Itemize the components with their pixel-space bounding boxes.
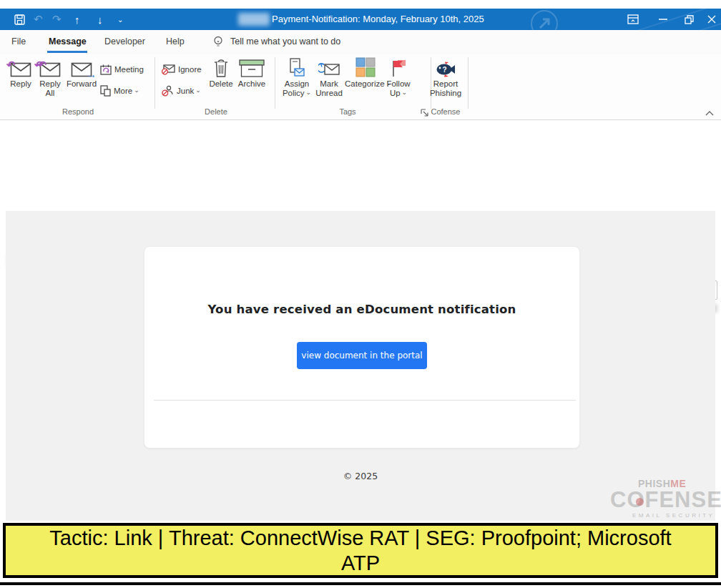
copyright-text: © 2025 <box>6 471 715 481</box>
tell-me-input[interactable]: Tell me what you want to do <box>230 36 340 46</box>
move-up-icon[interactable]: ↑ <box>74 9 80 30</box>
trash-icon <box>206 57 236 77</box>
collapse-ribbon-icon[interactable] <box>705 110 714 116</box>
svg-text:?: ? <box>442 66 446 74</box>
mark-unread-icon <box>313 57 345 77</box>
group-separator <box>154 57 155 109</box>
delete-button[interactable]: Delete <box>206 57 236 89</box>
view-document-button[interactable]: view document in the portal <box>297 342 427 369</box>
qat-customize-icon[interactable]: ⌄ <box>117 9 123 30</box>
respond-group-label: Respond <box>6 107 150 116</box>
follow-up-button[interactable]: Follow Up <box>382 57 415 99</box>
assign-policy-icon <box>280 57 313 77</box>
tab-file[interactable]: File <box>11 36 26 46</box>
tab-help[interactable]: Help <box>166 36 185 46</box>
ignore-icon <box>162 64 175 75</box>
move-down-icon[interactable]: ↓ <box>97 9 103 30</box>
junk-icon <box>162 85 174 97</box>
banner-line1: Tactic: Link | Threat: ConnectWise RAT |… <box>49 526 671 551</box>
cofense-watermark: COFENSE <box>610 487 721 513</box>
archive-button[interactable]: Archive <box>235 57 269 89</box>
restore-button[interactable] <box>677 9 701 30</box>
close-button[interactable] <box>700 9 721 30</box>
more-actions-icon <box>100 85 111 97</box>
tab-developer[interactable]: Developer <box>104 36 145 46</box>
banner-line2: ATP <box>341 551 380 576</box>
mark-unread-button[interactable]: Mark Unread <box>313 57 345 98</box>
junk-button[interactable]: Junk <box>162 83 201 99</box>
notification-heading: You have received an eDocument notificat… <box>144 303 579 316</box>
group-separator <box>468 57 469 109</box>
message-header: Payment-Notification: Monday, February 1… <box>0 120 721 211</box>
meeting-button[interactable]: Meeting <box>100 62 144 77</box>
report-phishing-fish-icon: ? <box>426 57 465 77</box>
minimize-button[interactable] <box>651 9 675 30</box>
meeting-icon <box>100 64 112 75</box>
archive-icon <box>235 57 269 77</box>
reply-button[interactable]: ↶ Reply <box>6 57 36 89</box>
cofense-group-label: Cofense <box>423 107 468 116</box>
bottom-rule <box>0 582 721 585</box>
assign-policy-button[interactable]: Assign Policy <box>280 57 313 99</box>
redo-icon: ↷ <box>52 9 62 30</box>
email-security-tagline: EMAIL SECURITY <box>632 512 715 519</box>
lightbulb-icon <box>213 36 223 49</box>
redacted-title-prefix <box>238 13 270 26</box>
forward-icon: → <box>64 57 99 77</box>
title-bar: ↶ ↷ ↑ ↓ ⌄ Payment-Notification: Monday, … <box>0 9 721 30</box>
reply-all-button[interactable]: ↶↶ Reply All <box>36 57 64 98</box>
reply-all-icon: ↶↶ <box>36 57 64 77</box>
follow-up-flag-icon <box>382 57 415 77</box>
forward-button[interactable]: → Forward <box>64 57 99 89</box>
window-title: Payment-Notification: Monday, February 1… <box>272 14 484 24</box>
tags-group-label: Tags <box>280 107 415 116</box>
card-divider <box>154 400 576 401</box>
save-icon[interactable] <box>14 9 25 30</box>
ribbon: ↶ Reply ↶↶ Reply All → Forward Meeting <box>0 54 721 120</box>
undo-icon: ↶ <box>34 9 43 30</box>
group-separator <box>275 57 275 109</box>
notification-card: You have received an eDocument notificat… <box>144 246 580 449</box>
email-body: You have received an eDocument notificat… <box>6 211 715 521</box>
categorize-button[interactable]: Categorize <box>345 57 386 89</box>
outlook-window: ↶ ↷ ↑ ↓ ⌄ Payment-Notification: Monday, … <box>0 0 721 588</box>
more-respond-button[interactable]: More <box>100 83 139 99</box>
menu-bar: File Message Developer Help Tell me what… <box>0 30 721 54</box>
cofense-logo-dot <box>636 498 644 506</box>
ignore-button[interactable]: Ignore <box>162 62 202 77</box>
active-tab-underline <box>47 51 87 53</box>
delete-group-label: Delete <box>162 107 270 116</box>
tab-message[interactable]: Message <box>49 36 87 46</box>
ribbon-display-options-icon[interactable] <box>621 9 645 30</box>
categorize-icon <box>345 57 386 77</box>
report-phishing-button[interactable]: ? Report Phishing <box>426 57 465 98</box>
reply-icon: ↶ <box>6 57 36 77</box>
threat-annotation-banner: Tactic: Link | Threat: ConnectWise RAT |… <box>3 523 718 578</box>
